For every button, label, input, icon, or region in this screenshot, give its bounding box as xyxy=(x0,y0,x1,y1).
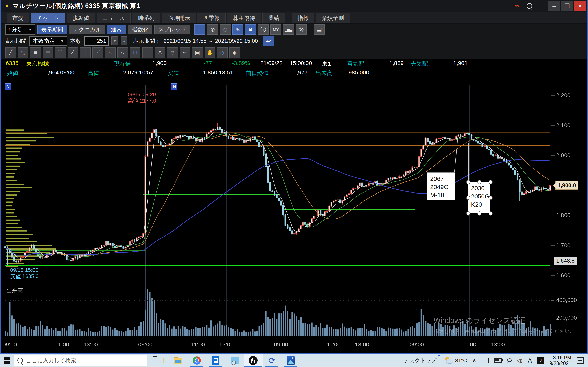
quote-row-1: 6335 東京機械 現在値 1,900 -77 -3.89% 21/09/22 … xyxy=(1,59,587,68)
arc-tool[interactable]: ⌒ xyxy=(55,47,66,58)
overflow-chevron-icon[interactable]: » xyxy=(437,352,440,358)
toolbar-button-スプレッド[interactable]: スプレッド xyxy=(154,25,190,34)
tab-四季報[interactable]: 四季報 xyxy=(197,13,226,23)
close-button[interactable]: × xyxy=(574,1,586,11)
hline3-tool[interactable]: ≡ xyxy=(30,47,41,58)
zoom-out-icon[interactable]: ⊖ xyxy=(220,25,231,35)
ime-mode-icon[interactable]: J xyxy=(537,357,544,364)
quote-time: 15:00:00 xyxy=(290,60,312,67)
taskbar-app-file-explorer[interactable] xyxy=(169,354,187,367)
volume-icon[interactable]: ◁) xyxy=(517,358,523,364)
vline-tool[interactable]: ∥ xyxy=(80,47,91,58)
crosshair-icon[interactable]: ＋ xyxy=(194,25,205,35)
trendline-tool[interactable]: ╱ xyxy=(5,47,16,58)
hand-tool[interactable]: ✋ xyxy=(205,47,215,58)
hline-tool[interactable]: — xyxy=(142,47,153,58)
quote-date: 21/09/22 xyxy=(260,60,283,67)
yen-icon[interactable]: ¥ xyxy=(245,25,256,35)
display-icon[interactable] xyxy=(482,358,489,363)
tab-歩み値[interactable]: 歩み値 xyxy=(67,13,95,23)
ime-latin-icon[interactable]: A xyxy=(528,357,532,364)
title-bar: ✦ マルチツール(個別銘柄) 6335 東京機械 東1 ∞1 ≡ – ❐ × xyxy=(1,0,587,12)
day-volume: 985,000 xyxy=(348,69,369,76)
info-icon[interactable]: ⓘ xyxy=(258,25,269,35)
minimize-button[interactable]: – xyxy=(548,1,560,11)
wrench-icon[interactable]: ⚒ xyxy=(296,25,307,35)
print-icon[interactable]: ▤ xyxy=(314,25,325,35)
tab-指標[interactable]: 指標 xyxy=(292,13,314,23)
zoom-in-icon[interactable]: ⊕ xyxy=(207,25,218,35)
count-down-button[interactable]: ▼ xyxy=(112,36,118,45)
menu-icon[interactable]: ≡ xyxy=(535,1,547,11)
circle-tool[interactable]: ○ xyxy=(117,47,128,58)
app-window: ✦ マルチツール(個別銘柄) 6335 東京機械 東1 ∞1 ≡ – ❐ × 市… xyxy=(0,0,588,354)
link-icon[interactable]: ∞1 xyxy=(512,1,523,11)
rect-tool[interactable]: □ xyxy=(130,47,140,58)
pencil-icon[interactable]: ✎ xyxy=(232,25,243,35)
action-center-icon[interactable] xyxy=(577,357,584,364)
taskbar-search-input[interactable]: ここに入力して検索 xyxy=(14,355,147,366)
taskbar-app-chrome[interactable] xyxy=(187,354,206,367)
restore-button[interactable]: ❐ xyxy=(561,1,573,11)
tab-適時開示[interactable]: 適時開示 xyxy=(162,13,196,23)
count-up-button[interactable]: ▲ xyxy=(121,36,127,45)
text-tool[interactable]: A xyxy=(155,47,165,58)
start-button[interactable] xyxy=(0,354,14,367)
tab-株主優待[interactable]: 株主優待 xyxy=(227,13,261,23)
reset-view-button[interactable]: ↩ xyxy=(263,36,274,46)
speedline-tool[interactable]: ⋰ xyxy=(93,47,103,58)
desktop-toolbar[interactable]: デスクトップ » xyxy=(404,357,437,364)
fan-tool[interactable]: ∠ xyxy=(68,47,78,58)
wifi-icon[interactable]: ))) xyxy=(506,359,512,363)
count-label: 本数 xyxy=(70,37,81,45)
tab-ニュース[interactable]: ニュース xyxy=(96,13,131,23)
battery-icon[interactable] xyxy=(494,358,502,363)
copy-tool[interactable]: ▣ xyxy=(192,47,203,58)
price-change: -77 xyxy=(204,60,212,67)
parallel-lines-tool[interactable]: ▨ xyxy=(18,47,28,58)
my-chart-icon[interactable]: MY xyxy=(270,25,281,35)
taskbar-app-mail-app[interactable] xyxy=(206,354,225,367)
toolbar-button-指数化[interactable]: 指数化 xyxy=(128,25,152,34)
weather-widget[interactable]: 31°C xyxy=(445,357,467,364)
mode-select[interactable]: 本数指定▼ xyxy=(29,36,67,46)
chart-area[interactable]: N N 09/17 09:20 高値 2177.0 09/15 15:00 安値… xyxy=(1,83,587,353)
eraser-tool[interactable]: ◇ xyxy=(217,47,228,58)
tray-chevron-icon[interactable]: ∧ xyxy=(472,358,476,364)
interval-select[interactable]: 5分足▼ xyxy=(5,25,35,35)
candlestick-chart-canvas[interactable] xyxy=(1,83,587,353)
toolbar-button-表示期間[interactable]: 表示期間 xyxy=(37,25,67,34)
open-price: 1,964 09:00 xyxy=(44,69,75,76)
taskbar-app-photos-app[interactable] xyxy=(281,354,300,367)
tab-市況[interactable]: 市況 xyxy=(7,13,29,23)
taskbar-app-sync-app[interactable]: ⟳ xyxy=(263,354,281,367)
search-icon-glyph xyxy=(527,3,532,9)
price-change-pct: -3.89% xyxy=(232,60,250,67)
eraser-all-tool[interactable]: ◈ xyxy=(229,47,240,58)
prev-close: 1,977 xyxy=(293,69,308,76)
tab-チャート[interactable]: チャート xyxy=(31,13,65,23)
tab-業績予測[interactable]: 業績予測 xyxy=(316,13,350,23)
taskbar-app-snip-tool[interactable] xyxy=(225,354,244,367)
search-icon[interactable] xyxy=(523,1,535,11)
icon-tool[interactable]: ☺ xyxy=(167,47,178,58)
tab-bar: 市況チャート歩み値ニュース時系列適時開示四季報株主優待業績指標業績予測 xyxy=(1,12,587,24)
pentagon-tool[interactable]: ⌂ xyxy=(105,47,116,58)
taskbar-app-trading-app[interactable]: R xyxy=(244,354,263,367)
task-view-button[interactable] xyxy=(147,354,160,367)
area-chart-icon[interactable]: ▂▅▃ xyxy=(283,25,294,35)
pointer-tool[interactable]: ↵ xyxy=(180,47,190,58)
window-title: マルチツール(個別銘柄) 6335 東京機械 東1 xyxy=(12,2,140,10)
running-indicator xyxy=(284,366,297,367)
tab-業績[interactable]: 業績 xyxy=(262,13,285,23)
quote-row-2: 始値 1,964 09:00 高値 2,079 10:57 安値 1,850 1… xyxy=(1,68,587,77)
ask-price: 1,901 xyxy=(453,60,467,67)
taskbar-clock[interactable]: 3:16 PM 9/23/2021 xyxy=(549,355,571,366)
hline4-tool[interactable]: ≣ xyxy=(43,47,53,58)
chevron-down-icon: ▼ xyxy=(61,39,64,43)
tab-時系列[interactable]: 時系列 xyxy=(132,13,160,23)
chevron-down-icon: ▼ xyxy=(28,27,32,32)
toolbar-button-通常[interactable]: 通常 xyxy=(107,25,126,34)
toolbar-button-テクニカル[interactable]: テクニカル xyxy=(69,25,105,34)
bar-count-input[interactable]: 251 xyxy=(84,36,109,46)
